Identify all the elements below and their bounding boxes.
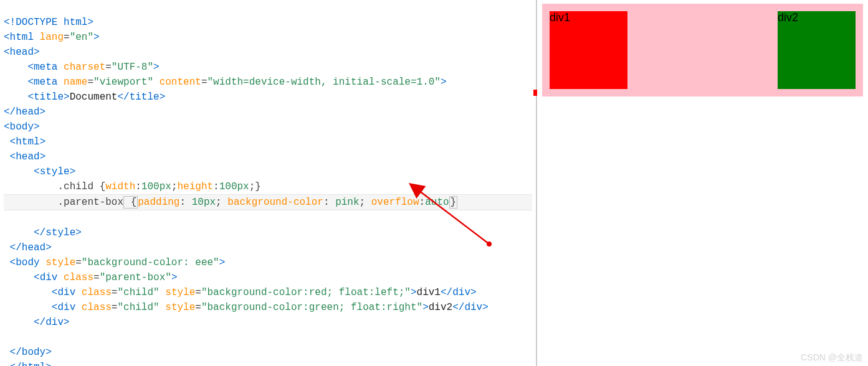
code-line[interactable]: </div> xyxy=(4,317,70,328)
preview-parent-box: div1 div2 xyxy=(542,4,863,96)
code-line[interactable]: <head> xyxy=(4,151,45,162)
code-line[interactable]: <div class="child" style="background-col… xyxy=(4,302,489,313)
code-line[interactable]: .parent-box {padding: 10px; background-c… xyxy=(4,194,532,210)
code-line[interactable]: </head> xyxy=(4,242,52,253)
preview-pane: div1 div2 xyxy=(537,0,868,366)
code-line[interactable]: <!DOCTYPE html> xyxy=(4,17,93,28)
code-line[interactable]: <div class="parent-box"> xyxy=(4,272,177,283)
code-line[interactable]: <html> xyxy=(4,136,45,148)
code-line[interactable]: <meta charset="UTF-8"> xyxy=(4,62,160,73)
code-line[interactable]: </head> xyxy=(4,106,45,118)
code-line[interactable]: <html lang="en"> xyxy=(4,32,100,43)
code-line[interactable]: <head> xyxy=(4,47,40,58)
code-line[interactable]: </body> xyxy=(4,347,52,358)
code-line[interactable]: <body> xyxy=(4,121,40,133)
code-line[interactable]: <meta name="viewport" content="width=dev… xyxy=(4,77,447,88)
code-line[interactable]: .child {width:100px;height:100px;} xyxy=(4,181,261,192)
watermark-text: CSDN @全栈道 xyxy=(801,352,863,364)
preview-div1: div1 xyxy=(550,11,627,89)
code-line[interactable] xyxy=(4,332,10,343)
preview-div2: div2 xyxy=(778,11,856,89)
code-editor-pane[interactable]: <!DOCTYPE html> <html lang="en"> <head> … xyxy=(0,0,536,366)
code-line[interactable]: </html> xyxy=(4,362,52,366)
code-line[interactable]: <title>Document</title> xyxy=(4,92,165,103)
code-line[interactable]: </style> xyxy=(4,227,82,238)
code-line[interactable]: <style> xyxy=(4,166,75,177)
code-line[interactable]: <body style="background-color: eee"> xyxy=(4,257,225,268)
code-line[interactable]: <div class="child" style="background-col… xyxy=(4,287,477,298)
code-block[interactable]: <!DOCTYPE html> <html lang="en"> <head> … xyxy=(0,0,536,366)
